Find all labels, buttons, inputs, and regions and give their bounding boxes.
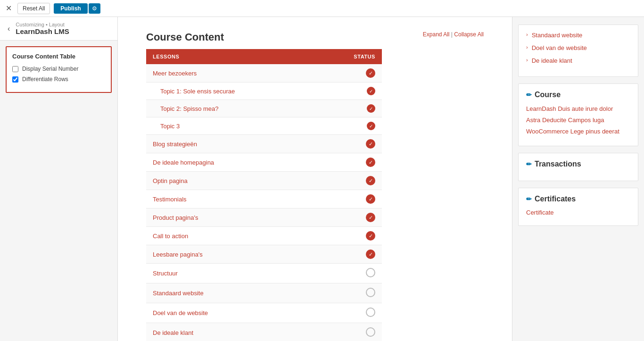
- complete-icon: ✓: [366, 176, 375, 185]
- status-cell: ✓: [319, 100, 382, 117]
- sidebar-header-text: Customizing • Layout LearnDash LMS: [16, 22, 69, 35]
- topic-link[interactable]: Topic 1: Sole ensis securae: [153, 88, 235, 95]
- topic-link[interactable]: Topic 2: Spisso mea?: [153, 105, 219, 112]
- complete-icon: ✓: [367, 122, 375, 130]
- lesson-link[interactable]: Optin pagina: [153, 177, 188, 184]
- table-row: Topic 1: Sole ensis securae✓: [146, 83, 382, 100]
- gear-icon: ⚙: [92, 5, 97, 12]
- main-layout: ‹ Customizing • Layout LearnDash LMS Cou…: [0, 17, 644, 341]
- lesson-label-cell: Topic 2: Spisso mea?: [146, 100, 319, 117]
- course-title-label: Course: [535, 91, 561, 99]
- certificates-card-title: ✏ Certificates: [526, 195, 630, 203]
- table-row: De ideale homepagina✓: [146, 153, 382, 172]
- lesson-link[interactable]: Blog strategieën: [153, 141, 197, 148]
- status-cell: ✓: [319, 245, 382, 264]
- widget-title: Course Content Table: [12, 53, 105, 60]
- course-card-title: ✏ Course: [526, 91, 630, 99]
- certificate-link[interactable]: Certificate: [526, 209, 630, 216]
- lesson-label-cell: Topic 3: [146, 117, 319, 135]
- pencil-icon-certificates: ✏: [526, 195, 532, 203]
- certificates-card: ✏ Certificates Certificate: [518, 188, 638, 226]
- section-item: ›Doel van de website: [526, 44, 630, 54]
- status-cell: ✓: [319, 64, 382, 83]
- sidebar-content: Course Content Table Display Serial Numb…: [0, 41, 117, 341]
- complete-icon: ✓: [367, 87, 375, 95]
- publish-button[interactable]: Publish: [54, 3, 87, 14]
- lesson-link[interactable]: Standaard website: [153, 290, 204, 297]
- lesson-link[interactable]: Meer bezoekers: [153, 70, 197, 77]
- differentiate-rows-label[interactable]: Differentiate Rows: [22, 76, 68, 83]
- display-serial-checkbox[interactable]: [12, 66, 18, 72]
- differentiate-rows-checkbox[interactable]: [12, 76, 18, 83]
- lesson-link[interactable]: De ideale klant: [153, 329, 193, 336]
- table-row: Topic 2: Spisso mea?✓: [146, 100, 382, 117]
- status-cell: [319, 303, 382, 323]
- incomplete-icon: [366, 327, 375, 337]
- lesson-link[interactable]: Structuur: [153, 270, 178, 277]
- chevron-right-icon: ›: [526, 32, 528, 37]
- transactions-title-label: Transactions: [535, 160, 581, 168]
- section-item: ›Standaard website: [526, 32, 630, 42]
- table-header-row: LESSONS STATUS: [146, 49, 382, 64]
- complete-icon: ✓: [366, 194, 375, 204]
- complete-icon: ✓: [366, 68, 375, 78]
- status-cell: ✓: [319, 83, 382, 100]
- transactions-card: ✏ Transactions: [518, 153, 638, 181]
- course-link[interactable]: WooCommerce Lege pinus deerat: [526, 127, 630, 136]
- status-cell: [319, 323, 382, 341]
- widget-box: Course Content Table Display Serial Numb…: [6, 46, 112, 93]
- course-content-header: Course Content Expand All | Collapse All: [146, 31, 484, 43]
- table-row: Product pagina's✓: [146, 208, 382, 227]
- table-row: Testimonials✓: [146, 190, 382, 208]
- pencil-icon: ✏: [526, 91, 532, 99]
- table-row: Leesbare pagina's✓: [146, 245, 382, 264]
- course-content-title: Course Content: [146, 31, 224, 43]
- complete-icon: ✓: [366, 139, 375, 149]
- lesson-link[interactable]: Testimonials: [153, 196, 187, 203]
- lesson-label-cell: Product pagina's: [146, 208, 319, 227]
- complete-icon: ✓: [367, 104, 375, 113]
- lesson-label-cell: Meer bezoekers: [146, 64, 319, 83]
- top-bar: ✕ Reset All Publish ⚙: [0, 0, 644, 17]
- course-link[interactable]: Astra Deducite Campos luga: [526, 116, 630, 125]
- status-cell: ✓: [319, 208, 382, 227]
- course-link[interactable]: LearnDash Duis aute irure dolor: [526, 105, 630, 113]
- expand-all-link[interactable]: Expand All: [423, 31, 450, 38]
- expand-collapse-links: Expand All | Collapse All: [423, 31, 484, 38]
- complete-icon: ✓: [366, 231, 375, 241]
- lesson-label-cell: Testimonials: [146, 190, 319, 208]
- certificates-title-label: Certificates: [535, 195, 576, 203]
- display-serial-row: Display Serial Number: [12, 66, 105, 72]
- topic-link[interactable]: Topic 3: [153, 123, 180, 130]
- table-row: Structuur: [146, 264, 382, 283]
- table-row: De ideale klant: [146, 323, 382, 341]
- right-sidebar: ›Standaard website›Doel van de website›D…: [512, 17, 644, 341]
- lesson-label-cell: Blog strategieën: [146, 135, 319, 153]
- table-row: Blog strategieën✓: [146, 135, 382, 153]
- gear-button[interactable]: ⚙: [89, 3, 100, 14]
- pencil-icon-transactions: ✏: [526, 160, 532, 168]
- table-row: Meer bezoekers✓: [146, 64, 382, 83]
- breadcrumb: Customizing • Layout: [16, 22, 69, 27]
- section-link[interactable]: Doel van de website: [532, 44, 587, 51]
- lesson-link[interactable]: Product pagina's: [153, 214, 198, 221]
- lesson-link[interactable]: De ideale homepagina: [153, 159, 214, 166]
- lesson-label-cell: Structuur: [146, 264, 319, 283]
- lesson-link[interactable]: Call to action: [153, 233, 188, 240]
- collapse-all-link[interactable]: Collapse All: [454, 31, 484, 38]
- lesson-label-cell: Optin pagina: [146, 172, 319, 190]
- section-item: ›De ideale klant: [526, 57, 630, 67]
- section-link[interactable]: Standaard website: [532, 32, 583, 39]
- lesson-link[interactable]: Leesbare pagina's: [153, 251, 203, 258]
- table-row: Doel van de website: [146, 303, 382, 323]
- lessons-column-header: LESSONS: [146, 49, 319, 64]
- back-button[interactable]: ‹: [6, 25, 12, 33]
- lesson-link[interactable]: Doel van de website: [153, 309, 208, 316]
- center-content: Course Content Expand All | Collapse All…: [118, 17, 512, 341]
- display-serial-label[interactable]: Display Serial Number: [22, 66, 78, 72]
- close-button[interactable]: ✕: [4, 2, 14, 15]
- section-link[interactable]: De ideale klant: [532, 57, 572, 64]
- complete-icon: ✓: [366, 250, 375, 259]
- reset-button[interactable]: Reset All: [17, 3, 50, 14]
- transactions-card-title: ✏ Transactions: [526, 160, 630, 168]
